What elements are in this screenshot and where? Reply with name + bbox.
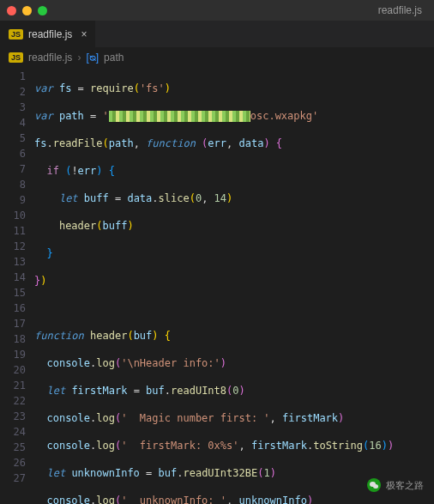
line-number: 11	[3, 223, 26, 239]
line-number: 12	[3, 239, 26, 254]
code-content[interactable]: var fs = require('fs') var path = 'osc.w…	[34, 67, 434, 504]
line-number: 3	[3, 100, 26, 115]
line-number: 23	[3, 409, 26, 424]
window-titlebar: readfile.js	[0, 0, 434, 21]
line-number: 22	[3, 393, 26, 409]
close-tab-icon[interactable]: ×	[81, 28, 87, 40]
line-gutter: 1234567891011121314151617181920212223242…	[0, 67, 34, 504]
line-number: 2	[3, 84, 26, 100]
line-number: 15	[3, 285, 26, 301]
line-number: 16	[3, 301, 26, 316]
tab-bar: JS readfile.js ×	[0, 21, 434, 48]
chevron-right-icon: ›	[77, 52, 81, 64]
wechat-icon	[367, 478, 381, 492]
line-number: 19	[3, 347, 26, 362]
line-number: 7	[3, 161, 26, 177]
watermark: 极客之路	[367, 478, 424, 492]
line-number: 21	[3, 378, 26, 393]
minimize-window-button[interactable]	[22, 6, 32, 15]
maximize-window-button[interactable]	[38, 6, 47, 15]
line-number: 6	[3, 146, 26, 161]
breadcrumb-symbol[interactable]: path	[104, 52, 124, 64]
code-editor[interactable]: 1234567891011121314151617181920212223242…	[0, 67, 434, 504]
tab-label: readfile.js	[28, 28, 72, 40]
window-title: readfile.js	[378, 4, 422, 16]
line-number: 1	[3, 69, 26, 84]
tab-readfile[interactable]: JS readfile.js ×	[0, 21, 95, 47]
line-number: 14	[3, 270, 26, 285]
line-number: 20	[3, 362, 26, 378]
breadcrumb[interactable]: JS readfile.js › [ᴓ] path	[0, 48, 434, 67]
line-number: 4	[3, 115, 26, 131]
line-number: 26	[3, 455, 26, 471]
traffic-lights	[7, 6, 47, 15]
js-file-icon: JS	[9, 52, 23, 63]
line-number: 5	[3, 131, 26, 146]
line-number: 9	[3, 192, 26, 208]
line-number: 27	[3, 471, 26, 486]
line-number: 24	[3, 424, 26, 440]
line-number: 17	[3, 316, 26, 331]
js-file-icon: JS	[9, 29, 23, 39]
breadcrumb-file[interactable]: readfile.js	[28, 52, 72, 64]
close-window-button[interactable]	[7, 6, 16, 15]
line-number: 25	[3, 440, 26, 455]
variable-icon: [ᴓ]	[86, 52, 99, 64]
line-number: 10	[3, 208, 26, 223]
watermark-text: 极客之路	[386, 479, 424, 492]
line-number: 18	[3, 331, 26, 347]
line-number: 8	[3, 177, 26, 192]
line-number: 13	[3, 254, 26, 270]
redacted-path	[109, 111, 250, 122]
